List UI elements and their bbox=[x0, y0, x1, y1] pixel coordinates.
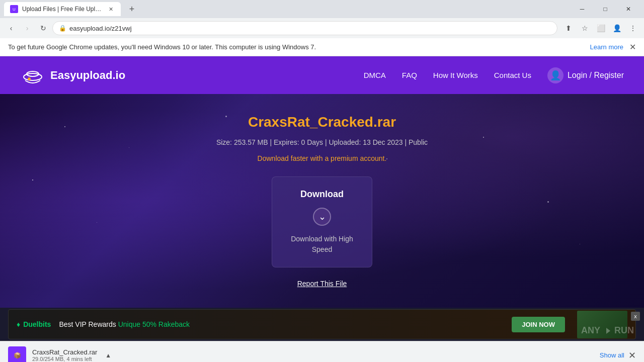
tab-close-button[interactable]: ✕ bbox=[107, 5, 115, 13]
main-content: CraxsRat_Cracked.rar Size: 253.57 MB | E… bbox=[0, 94, 644, 308]
forward-button[interactable]: › bbox=[20, 21, 34, 35]
profile-icon[interactable]: 👤 bbox=[610, 21, 624, 35]
logo-area[interactable]: Easyupload.io bbox=[20, 63, 125, 88]
svg-point-2 bbox=[28, 77, 31, 80]
download-bar-actions: Show all ✕ bbox=[600, 350, 636, 361]
close-button[interactable]: ✕ bbox=[617, 0, 640, 18]
site-header: Easyupload.io DMCA FAQ How It Works Cont… bbox=[0, 56, 644, 94]
url-text: easyupload.io/z21vwj bbox=[69, 25, 132, 32]
download-filename: CraxsRat_Cracked.rar bbox=[32, 348, 97, 356]
menu-icon[interactable]: ⋮ bbox=[626, 21, 640, 35]
update-message: To get future Google Chrome updates, you… bbox=[8, 43, 316, 51]
update-bar: To get future Google Chrome updates, you… bbox=[0, 38, 644, 56]
faq-link[interactable]: FAQ bbox=[402, 71, 417, 79]
logo-text: Easyupload.io bbox=[50, 69, 125, 82]
address-bar[interactable]: 🔒 easyupload.io/z21vwj bbox=[52, 21, 557, 35]
main-nav: DMCA FAQ How It Works Contact Us 👤 Login… bbox=[364, 67, 624, 83]
download-chevron-icon[interactable]: ⌄ bbox=[313, 208, 331, 226]
new-tab-button[interactable]: + bbox=[125, 2, 139, 16]
svg-marker-3 bbox=[606, 328, 610, 334]
tab-strip-icon[interactable]: ⬜ bbox=[594, 21, 608, 35]
file-title: CraxsRat_Cracked.rar bbox=[248, 114, 396, 130]
download-info: CraxsRat_Cracked.rar 29.0/254 MB, 4 mins… bbox=[32, 348, 97, 362]
tab-favicon: U bbox=[10, 5, 18, 13]
bookmark-icon[interactable]: ☆ bbox=[578, 21, 592, 35]
ad-tagline: Best VIP Rewards Unique 50% Rakeback bbox=[59, 320, 190, 328]
download-expand-icon[interactable]: ▲ bbox=[105, 352, 111, 359]
show-all-link[interactable]: Show all bbox=[600, 351, 624, 359]
lock-icon: 🔒 bbox=[59, 25, 66, 32]
maximize-button[interactable]: □ bbox=[594, 0, 617, 18]
logo-icon bbox=[20, 63, 45, 88]
ad-content: ♦ Duelbits Best VIP Rewards Unique 50% R… bbox=[8, 309, 636, 339]
ad-highlight: Unique 50% Rakeback bbox=[118, 320, 190, 328]
file-meta: Size: 253.57 MB | Expires: 0 Days | Uplo… bbox=[216, 138, 428, 146]
user-icon: 👤 bbox=[547, 67, 564, 83]
download-bar-close[interactable]: ✕ bbox=[628, 350, 636, 361]
diamond-icon: ♦ bbox=[17, 320, 20, 328]
duelbits-logo: ♦ Duelbits bbox=[17, 320, 51, 328]
browser-titlebar: U Upload Files | Free File Upload and ..… bbox=[0, 0, 644, 18]
download-speed-label: Download with High Speed bbox=[282, 234, 362, 255]
how-it-works-link[interactable]: How It Works bbox=[433, 71, 478, 79]
download-progress-bar: 📦 CraxsRat_Cracked.rar 29.0/254 MB, 4 mi… bbox=[0, 341, 644, 362]
dmca-link[interactable]: DMCA bbox=[364, 71, 386, 79]
browser-window: U Upload Files | Free File Upload and ..… bbox=[0, 0, 644, 362]
tab-title: Upload Files | Free File Upload and ... bbox=[22, 6, 103, 13]
download-label: Download bbox=[300, 189, 344, 200]
report-file-link[interactable]: Report This File bbox=[297, 280, 347, 288]
reload-button[interactable]: ↻ bbox=[36, 21, 50, 35]
toolbar-icons: ⬆ ☆ ⬜ 👤 ⋮ bbox=[561, 21, 640, 35]
anyrun-icon bbox=[602, 326, 612, 336]
download-box[interactable]: Download ⌄ Download with High Speed bbox=[272, 176, 372, 267]
ad-close-button[interactable]: x bbox=[631, 312, 640, 321]
browser-controls: ‹ › ↻ 🔒 easyupload.io/z21vwj ⬆ ☆ ⬜ 👤 ⋮ bbox=[0, 18, 644, 38]
premium-text: Download faster with a premium account. bbox=[258, 154, 387, 162]
update-bar-close[interactable]: ✕ bbox=[629, 42, 636, 52]
duelbits-name: Duelbits bbox=[23, 320, 51, 328]
login-button[interactable]: 👤 Login / Register bbox=[547, 67, 624, 83]
join-now-button[interactable]: JOIN NOW bbox=[512, 317, 565, 332]
anyrun-logo: ANY RUN bbox=[581, 325, 634, 336]
learn-more-link[interactable]: Learn more bbox=[590, 43, 623, 51]
download-progress: 29.0/254 MB, 4 mins left bbox=[32, 356, 97, 362]
share-icon[interactable]: ⬆ bbox=[561, 21, 576, 35]
browser-tab[interactable]: U Upload Files | Free File Upload and ..… bbox=[4, 2, 121, 16]
contact-us-link[interactable]: Contact Us bbox=[494, 71, 531, 79]
minimize-button[interactable]: ─ bbox=[571, 0, 594, 18]
back-button[interactable]: ‹ bbox=[4, 21, 18, 35]
downloading-file-icon: 📦 bbox=[8, 346, 26, 363]
ad-bar: ♦ Duelbits Best VIP Rewards Unique 50% R… bbox=[0, 308, 644, 341]
login-label: Login / Register bbox=[568, 71, 624, 80]
